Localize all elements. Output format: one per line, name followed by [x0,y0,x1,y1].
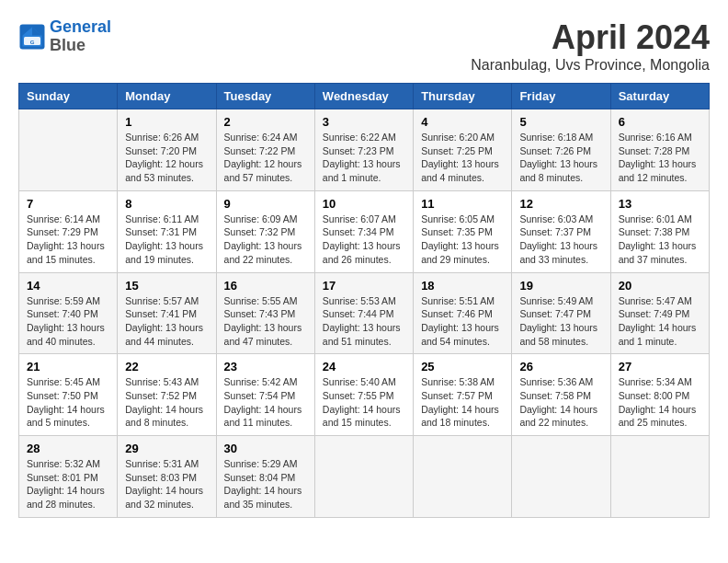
day-number: 8 [125,197,208,211]
calendar-table: SundayMondayTuesdayWednesdayThursdayFrid… [18,83,710,518]
page-header: G General Blue April 2024 Naranbulag, Uv… [18,18,710,74]
calendar-cell: 14Sunrise: 5:59 AM Sunset: 7:40 PM Dayli… [19,272,118,354]
calendar-cell: 21Sunrise: 5:45 AM Sunset: 7:50 PM Dayli… [19,354,118,436]
calendar-cell: 18Sunrise: 5:51 AM Sunset: 7:46 PM Dayli… [414,272,512,354]
calendar-cell: 6Sunrise: 6:16 AM Sunset: 7:28 PM Daylig… [610,109,709,191]
calendar-cell: 26Sunrise: 5:36 AM Sunset: 7:58 PM Dayli… [512,354,610,436]
calendar-cell [512,436,610,518]
day-number: 15 [125,279,208,293]
calendar-cell: 23Sunrise: 5:42 AM Sunset: 7:54 PM Dayli… [216,354,314,436]
calendar-cell: 13Sunrise: 6:01 AM Sunset: 7:38 PM Dayli… [610,190,709,272]
calendar-cell: 3Sunrise: 6:22 AM Sunset: 7:23 PM Daylig… [314,109,413,191]
day-info: Sunrise: 5:53 AM Sunset: 7:44 PM Dayligh… [323,294,405,349]
calendar-week-row: 1Sunrise: 6:26 AM Sunset: 7:20 PM Daylig… [19,109,710,191]
day-number: 1 [125,115,208,129]
calendar-cell: 4Sunrise: 6:20 AM Sunset: 7:25 PM Daylig… [414,109,512,191]
day-info: Sunrise: 6:16 AM Sunset: 7:28 PM Dayligh… [619,131,701,185]
header-monday: Monday [118,84,216,109]
day-number: 4 [421,115,504,129]
day-info: Sunrise: 5:32 AM Sunset: 8:01 PM Dayligh… [27,457,109,511]
day-info: Sunrise: 5:29 AM Sunset: 8:04 PM Dayligh… [224,457,307,511]
day-number: 18 [421,279,504,293]
calendar-header-row: SundayMondayTuesdayWednesdayThursdayFrid… [19,84,710,109]
day-info: Sunrise: 5:38 AM Sunset: 7:57 PM Dayligh… [421,375,504,430]
day-info: Sunrise: 5:31 AM Sunset: 8:03 PM Dayligh… [125,457,208,511]
day-info: Sunrise: 5:47 AM Sunset: 7:49 PM Dayligh… [619,294,701,349]
day-info: Sunrise: 5:59 AM Sunset: 7:40 PM Dayligh… [27,294,109,349]
header-sunday: Sunday [19,84,118,109]
day-number: 20 [619,279,701,293]
day-number: 2 [224,115,307,129]
day-info: Sunrise: 6:09 AM Sunset: 7:32 PM Dayligh… [224,213,307,267]
day-info: Sunrise: 5:42 AM Sunset: 7:54 PM Dayligh… [224,375,307,430]
calendar-week-row: 7Sunrise: 6:14 AM Sunset: 7:29 PM Daylig… [19,190,710,272]
header-thursday: Thursday [414,84,512,109]
calendar-cell: 19Sunrise: 5:49 AM Sunset: 7:47 PM Dayli… [512,272,610,354]
calendar-cell: 24Sunrise: 5:40 AM Sunset: 7:55 PM Dayli… [314,354,413,436]
day-info: Sunrise: 5:49 AM Sunset: 7:47 PM Dayligh… [519,294,602,349]
calendar-cell: 1Sunrise: 6:26 AM Sunset: 7:20 PM Daylig… [118,109,216,191]
header-wednesday: Wednesday [314,84,413,109]
calendar-cell: 9Sunrise: 6:09 AM Sunset: 7:32 PM Daylig… [216,190,314,272]
day-number: 14 [27,279,109,293]
day-info: Sunrise: 6:03 AM Sunset: 7:37 PM Dayligh… [519,213,602,267]
day-number: 17 [323,279,405,293]
day-info: Sunrise: 5:45 AM Sunset: 7:50 PM Dayligh… [27,375,109,430]
calendar-cell: 5Sunrise: 6:18 AM Sunset: 7:26 PM Daylig… [512,109,610,191]
day-number: 29 [125,442,208,455]
calendar-cell: 12Sunrise: 6:03 AM Sunset: 7:37 PM Dayli… [512,190,610,272]
day-number: 26 [519,360,602,373]
calendar-cell: 8Sunrise: 6:11 AM Sunset: 7:31 PM Daylig… [118,190,216,272]
day-info: Sunrise: 6:01 AM Sunset: 7:38 PM Dayligh… [619,213,701,267]
day-info: Sunrise: 5:40 AM Sunset: 7:55 PM Dayligh… [323,375,405,430]
day-info: Sunrise: 6:22 AM Sunset: 7:23 PM Dayligh… [323,131,405,185]
day-info: Sunrise: 5:43 AM Sunset: 7:52 PM Dayligh… [125,375,208,430]
day-number: 23 [224,360,307,373]
day-number: 10 [323,197,405,211]
calendar-cell: 27Sunrise: 5:34 AM Sunset: 8:00 PM Dayli… [610,354,709,436]
calendar-cell [19,109,118,191]
day-number: 11 [421,197,504,211]
day-info: Sunrise: 6:20 AM Sunset: 7:25 PM Dayligh… [421,131,504,185]
day-info: Sunrise: 5:57 AM Sunset: 7:41 PM Dayligh… [125,294,208,349]
day-number: 12 [519,197,602,211]
calendar-cell: 16Sunrise: 5:55 AM Sunset: 7:43 PM Dayli… [216,272,314,354]
calendar-cell: 15Sunrise: 5:57 AM Sunset: 7:41 PM Dayli… [118,272,216,354]
day-info: Sunrise: 6:07 AM Sunset: 7:34 PM Dayligh… [323,213,405,267]
calendar-cell: 28Sunrise: 5:32 AM Sunset: 8:01 PM Dayli… [19,436,118,518]
day-number: 19 [519,279,602,293]
day-number: 28 [27,442,109,455]
day-number: 21 [27,360,109,373]
day-number: 30 [224,442,307,455]
day-info: Sunrise: 6:05 AM Sunset: 7:35 PM Dayligh… [421,213,504,267]
header-friday: Friday [512,84,610,109]
day-number: 22 [125,360,208,373]
calendar-cell: 25Sunrise: 5:38 AM Sunset: 7:57 PM Dayli… [414,354,512,436]
calendar-cell: 17Sunrise: 5:53 AM Sunset: 7:44 PM Dayli… [314,272,413,354]
day-number: 16 [224,279,307,293]
svg-text:G: G [30,39,35,44]
day-number: 9 [224,197,307,211]
day-info: Sunrise: 5:55 AM Sunset: 7:43 PM Dayligh… [224,294,307,349]
day-info: Sunrise: 5:36 AM Sunset: 7:58 PM Dayligh… [519,375,602,430]
day-number: 25 [421,360,504,373]
day-number: 3 [323,115,405,129]
calendar-cell: 29Sunrise: 5:31 AM Sunset: 8:03 PM Dayli… [118,436,216,518]
page-title: April 2024 [471,18,710,57]
day-info: Sunrise: 6:14 AM Sunset: 7:29 PM Dayligh… [27,213,109,267]
calendar-cell [314,436,413,518]
calendar-week-row: 28Sunrise: 5:32 AM Sunset: 8:01 PM Dayli… [19,436,710,518]
day-number: 6 [619,115,701,129]
day-info: Sunrise: 6:24 AM Sunset: 7:22 PM Dayligh… [224,131,307,185]
calendar-cell: 2Sunrise: 6:24 AM Sunset: 7:22 PM Daylig… [216,109,314,191]
calendar-cell: 7Sunrise: 6:14 AM Sunset: 7:29 PM Daylig… [19,190,118,272]
page-subtitle: Naranbulag, Uvs Province, Mongolia [471,57,710,74]
calendar-cell: 20Sunrise: 5:47 AM Sunset: 7:49 PM Dayli… [610,272,709,354]
logo-text: General Blue [50,18,111,55]
calendar-week-row: 14Sunrise: 5:59 AM Sunset: 7:40 PM Dayli… [19,272,710,354]
day-number: 24 [323,360,405,373]
calendar-cell [610,436,709,518]
calendar-cell [414,436,512,518]
day-number: 13 [619,197,701,211]
day-number: 5 [519,115,602,129]
